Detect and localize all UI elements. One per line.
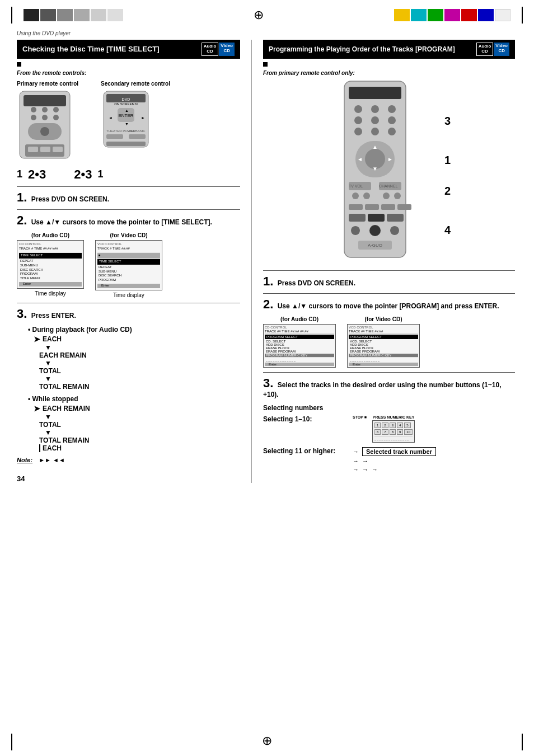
select-1to10-row: Selecting 1–10: STOP ■ PRESS NUMERIC KEY (263, 415, 515, 443)
svg-rect-59 (368, 214, 385, 222)
svg-rect-60 (387, 214, 404, 222)
left-step3-num: 3. (17, 307, 27, 321)
left-step3-text: Press ENTER. (31, 312, 76, 320)
right-step-divider-3 (263, 372, 515, 373)
flow-arrow-4: ▼ (45, 413, 240, 421)
selecting-numbers-title: Selecting numbers (263, 404, 515, 412)
secondary-remote-wrap: Secondary remote control DVD ON SCREEN N… (101, 81, 170, 152)
svg-point-61 (351, 226, 360, 235)
svg-rect-27 (129, 134, 146, 139)
flow-item-6: TOTAL (34, 421, 240, 429)
svg-text:CHANNEL: CHANNEL (379, 184, 398, 188)
left-column: Checking the Disc Time [TIME SELECT] Aud… (17, 40, 252, 483)
left-audio-time-label: Time display (35, 290, 66, 297)
primary-remote-svg (17, 88, 73, 161)
left-audio-screen-box: CD CONTROL TRACK # TIME ##:## ### TIME S… (17, 240, 84, 289)
svg-rect-12 (40, 147, 50, 152)
left-video-screen-label: (for Video CD) (110, 232, 147, 238)
left-badge-group: AudioCD VideoCD (202, 43, 235, 56)
svg-point-33 (388, 105, 396, 113)
page-content: Using the DVD player Checking the Disc T… (0, 30, 534, 494)
right-step-divider-1 (263, 270, 515, 271)
left-black-square (17, 62, 240, 70)
right-step-1: 1. Press DVD ON SCREEN. (263, 274, 515, 289)
callout-4: 4 (444, 224, 451, 237)
two-column-layout: Checking the Disc Time [TIME SELECT] Aud… (17, 40, 517, 483)
bottom-bar: ⊕ (0, 734, 534, 750)
svg-rect-54 (349, 204, 363, 210)
right-column: Programming the Playing Order of the Tra… (252, 40, 515, 483)
right-step-3: 3. Select the tracks in the desired orde… (263, 376, 515, 398)
secondary-remote-label: Secondary remote control (101, 81, 170, 87)
select-11plus-label: Selecting 11 or higher: (263, 447, 347, 455)
num-23-left: 2•3 (28, 167, 46, 182)
right-step-2: 2. Use ▲/▼ cursors to move the pointer [… (263, 297, 515, 312)
select-11plus-row: Selecting 11 or higher: → Selected track… (263, 447, 515, 473)
right-audio-screen-label: (for Audio CD) (280, 316, 318, 322)
right-audio-screen: (for Audio CD) CD CONTROL TRACK ## TIME … (263, 316, 336, 368)
num-1-left: 1 (17, 168, 22, 180)
svg-point-35 (371, 116, 379, 124)
svg-point-6 (42, 115, 48, 120)
right-step1-text: Press DVD ON SCREEN. (278, 279, 355, 287)
flow-label-6: TOTAL (39, 421, 61, 429)
note-icons: ►► ◄◄ (39, 457, 65, 463)
svg-text:►: ► (141, 116, 145, 120)
reg-line-bottom-left (11, 734, 12, 750)
svg-rect-30 (349, 87, 401, 99)
left-video-time-label: Time display (113, 292, 144, 298)
left-audio-badge: AudioCD (202, 43, 219, 56)
svg-text:▼: ▼ (125, 122, 129, 126)
svg-point-37 (354, 128, 362, 135)
flow-label-4: TOTAL REMAIN (39, 383, 89, 391)
flow-item-3: TOTAL (34, 367, 240, 375)
left-step-2: 2. Use ▲/▼ cursors to move the pointer t… (17, 213, 240, 228)
svg-point-5 (31, 115, 36, 120)
svg-point-50 (352, 192, 359, 199)
right-screen-row: (for Audio CD) CD CONTROL TRACK ## TIME … (263, 316, 515, 368)
flow-arrow-5: ▼ (45, 429, 240, 436)
svg-text:A·GUO: A·GUO (368, 243, 382, 248)
svg-text:DVD: DVD (122, 97, 130, 101)
svg-rect-57 (397, 204, 411, 210)
svg-point-36 (388, 116, 396, 124)
page-number: 34 (17, 475, 240, 483)
flow-item-arrow2: ➤ EACH REMAIN (34, 404, 240, 413)
svg-rect-1 (24, 95, 66, 106)
right-video-prog-box: VCD CONTROL TRACK ## TIME ##:## PROGRAM … (347, 324, 420, 368)
svg-text:▲: ▲ (372, 144, 378, 150)
flow-item-8-wrap: EACH (39, 444, 240, 452)
arrow-right-1: → (353, 448, 359, 455)
flow-item-arrow: ➤ EACH (34, 335, 240, 344)
right-video-badge: VideoCD (494, 43, 509, 56)
svg-point-3 (42, 107, 48, 112)
svg-text:ENTER: ENTER (118, 113, 133, 118)
step-divider-2 (17, 209, 240, 210)
left-from-label: From the remote controls: (17, 70, 240, 76)
right-step-divider-2 (263, 293, 515, 294)
crosshair-top: ⊕ (254, 8, 264, 22)
reg-line-bottom-right (522, 734, 523, 750)
right-step3-text: Select the tracks in the desired order u… (263, 381, 501, 398)
num-1-right: 1 (97, 168, 103, 180)
svg-text:TV VOL: TV VOL (349, 184, 363, 188)
right-from-label: From primary remote control only: (263, 70, 515, 76)
primary-remote-label: Primary remote control (17, 81, 78, 87)
left-section-header: Checking the Disc Time [TIME SELECT] Aud… (17, 40, 240, 59)
right-step1-num: 1. (263, 274, 273, 288)
flow-arrow-1: ▼ (45, 344, 240, 351)
select-1to10-label: Selecting 1–10: (263, 415, 347, 423)
crosshair-bottom: ⊕ (262, 734, 272, 750)
reg-line-left (11, 7, 12, 24)
flow-label-2: EACH REMAIN (39, 351, 87, 359)
svg-rect-28 (106, 142, 146, 146)
svg-point-53 (394, 192, 401, 199)
svg-point-62 (369, 225, 381, 236)
svg-text:ON SCREEN N: ON SCREEN N (114, 102, 138, 106)
svg-rect-58 (349, 214, 366, 222)
right-step2-num: 2. (263, 297, 273, 311)
flow-label-7: TOTAL REMAIN (39, 436, 89, 444)
during-playback-label: • During playback (for Audio CD) (28, 326, 240, 334)
left-section-title: Checking the Disc Time [TIME SELECT] (22, 45, 160, 53)
svg-rect-56 (381, 204, 395, 210)
